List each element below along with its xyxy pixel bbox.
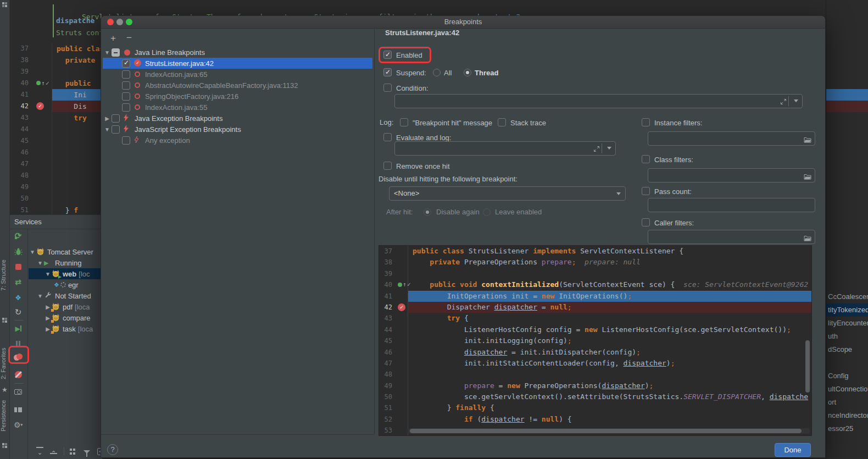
folder-icon[interactable] bbox=[804, 172, 811, 182]
refresh-icon[interactable]: ↻ bbox=[11, 306, 25, 319]
lookup-list[interactable]: CcCoalescertityTokenizedClityEncounterut… bbox=[826, 290, 868, 435]
services-tree-row[interactable]: ▼Tomcat Server bbox=[29, 246, 102, 257]
breakpoint-checkbox[interactable] bbox=[122, 103, 130, 112]
pause-icon[interactable] bbox=[11, 338, 25, 351]
view-breakpoints-icon[interactable] bbox=[11, 352, 25, 366]
layout-icon[interactable] bbox=[11, 403, 25, 417]
lookup-item[interactable] bbox=[826, 356, 868, 369]
lookup-item[interactable]: lityEncounter bbox=[826, 317, 868, 330]
breakpoint-row[interactable]: ✓StrutsListener.java:42 bbox=[103, 58, 372, 69]
disable-until-select[interactable]: <None> bbox=[389, 186, 626, 201]
lookup-item[interactable]: uth bbox=[826, 330, 868, 343]
sidebar-item-structure[interactable]: 7: Structure bbox=[0, 236, 10, 314]
settings-gear-icon[interactable]: ⚙▾ bbox=[11, 419, 25, 432]
instance-filters-input[interactable] bbox=[648, 131, 815, 146]
services-tree-row[interactable]: ▶compare bbox=[29, 312, 102, 323]
enabled-checkbox[interactable] bbox=[383, 51, 392, 59]
services-icon[interactable]: ❖ bbox=[11, 291, 25, 305]
breakpoint-row[interactable]: AbstractAutowireCapableBeanFactory.java:… bbox=[103, 80, 372, 91]
add-breakpoint-button[interactable]: + bbox=[110, 33, 116, 44]
sidebar-item-persistence[interactable]: Persistence bbox=[0, 391, 10, 440]
lookup-item[interactable]: ultConnection bbox=[826, 383, 868, 396]
debug-icon[interactable] bbox=[11, 245, 25, 258]
lookup-item[interactable]: ort bbox=[826, 396, 868, 409]
evaluate-checkbox[interactable] bbox=[383, 133, 392, 141]
suspend-checkbox[interactable] bbox=[383, 68, 392, 76]
zoom-icon[interactable] bbox=[126, 19, 132, 25]
lookup-item[interactable]: essor25 bbox=[826, 422, 868, 435]
lookup-item[interactable]: dScope bbox=[826, 343, 868, 356]
expand-editor-icon[interactable] bbox=[780, 97, 787, 107]
class-filters-input[interactable] bbox=[648, 168, 815, 183]
sidebar-item-favorites[interactable]: 2: Favorites bbox=[0, 342, 10, 385]
filter-icon[interactable] bbox=[80, 445, 94, 458]
class-filters-checkbox[interactable] bbox=[642, 155, 650, 163]
breakpoint-group-row[interactable]: ▼JavaScript Exception Breakpoints bbox=[103, 124, 372, 135]
screenshot-icon[interactable] bbox=[11, 386, 25, 399]
log-message-checkbox[interactable] bbox=[400, 118, 408, 126]
remove-once-checkbox[interactable] bbox=[383, 162, 392, 170]
deploy-icon[interactable]: ⇄ bbox=[11, 276, 25, 289]
remove-breakpoint-button[interactable]: − bbox=[126, 32, 132, 43]
breakpoint-group-row[interactable]: ▶Java Exception Breakpoints bbox=[103, 113, 372, 124]
condition-checkbox[interactable] bbox=[383, 84, 392, 92]
help-button[interactable]: ? bbox=[107, 444, 118, 455]
collapse-all-icon[interactable] bbox=[46, 445, 60, 458]
services-tree-row[interactable]: ▼▶Running bbox=[29, 257, 102, 268]
instance-filters-checkbox[interactable] bbox=[642, 118, 650, 126]
history-dropdown-icon[interactable] bbox=[607, 147, 611, 150]
services-tree-row[interactable]: ▼Not Started bbox=[29, 290, 102, 301]
history-dropdown-icon[interactable] bbox=[794, 99, 798, 102]
services-tree-row[interactable]: ▶task[loca bbox=[29, 323, 102, 334]
rerun-icon[interactable]: ⟳ bbox=[11, 230, 25, 243]
breakpoint-checkbox[interactable] bbox=[122, 81, 130, 90]
tool-windows-icon[interactable] bbox=[2, 2, 7, 7]
resume-icon[interactable]: ▶ bbox=[11, 322, 25, 335]
suspend-all-radio[interactable] bbox=[433, 69, 441, 76]
expand-all-icon[interactable] bbox=[32, 445, 47, 458]
stop-icon[interactable] bbox=[11, 261, 25, 274]
evaluate-input[interactable] bbox=[394, 141, 616, 156]
folder-icon[interactable] bbox=[804, 234, 811, 244]
vertical-scrollbar[interactable] bbox=[805, 340, 810, 392]
expand-editor-icon[interactable] bbox=[593, 145, 600, 154]
breakpoint-checkbox[interactable] bbox=[112, 48, 120, 57]
after-hit-disable-radio[interactable] bbox=[424, 208, 431, 216]
breakpoint-checkbox[interactable] bbox=[122, 59, 130, 68]
done-button[interactable]: Done bbox=[775, 443, 811, 457]
breakpoint-checkbox[interactable] bbox=[112, 114, 120, 123]
caller-filters-checkbox[interactable] bbox=[642, 218, 650, 226]
stack-trace-checkbox[interactable] bbox=[498, 118, 506, 126]
breakpoint-row[interactable]: IndexAction.java:55 bbox=[103, 102, 372, 113]
horizontal-scrollbar[interactable] bbox=[408, 428, 810, 434]
folder-icon[interactable] bbox=[804, 135, 811, 145]
lookup-item[interactable]: tityTokenizedC bbox=[826, 303, 868, 317]
breakpoint-row[interactable]: IndexAction.java:65 bbox=[103, 69, 372, 80]
breakpoint-row[interactable]: Any exception bbox=[103, 135, 372, 146]
services-panel-title[interactable]: Services bbox=[10, 215, 102, 229]
pass-count-checkbox[interactable] bbox=[642, 187, 650, 195]
breakpoint-checkbox[interactable] bbox=[122, 136, 130, 145]
dialog-titlebar[interactable]: Breakpoints bbox=[101, 16, 825, 29]
close-icon[interactable] bbox=[107, 19, 114, 25]
lookup-item[interactable]: nceIndirector bbox=[826, 409, 868, 422]
services-tree-row[interactable]: ▼▶web[loc bbox=[29, 268, 102, 279]
condition-input[interactable] bbox=[394, 94, 803, 108]
services-tree-row[interactable]: ❖egr bbox=[29, 279, 102, 290]
mute-breakpoints-icon[interactable] bbox=[11, 368, 25, 381]
breakpoint-checkbox[interactable] bbox=[122, 70, 130, 79]
breakpoint-code-preview[interactable]: 37public class StrutsListener implements… bbox=[379, 245, 812, 436]
breakpoint-group-row[interactable]: ▼Java Line Breakpoints bbox=[103, 47, 372, 58]
suspend-thread-radio[interactable] bbox=[464, 69, 471, 76]
lookup-item[interactable]: CcCoalescer bbox=[826, 290, 868, 303]
caller-filters-input[interactable] bbox=[648, 230, 815, 244]
minimize-icon[interactable] bbox=[116, 19, 123, 25]
group-by-icon[interactable] bbox=[65, 445, 80, 458]
after-hit-leave-radio[interactable] bbox=[483, 208, 491, 216]
breakpoint-row[interactable]: SpringObjectFactory.java:216 bbox=[103, 91, 372, 102]
breakpoint-checkbox[interactable] bbox=[112, 125, 120, 134]
services-tree-row[interactable]: ▶pdf[loca bbox=[29, 301, 102, 312]
pass-count-input[interactable] bbox=[648, 198, 815, 212]
lookup-item[interactable]: Config bbox=[826, 369, 868, 383]
breakpoint-checkbox[interactable] bbox=[122, 92, 130, 101]
